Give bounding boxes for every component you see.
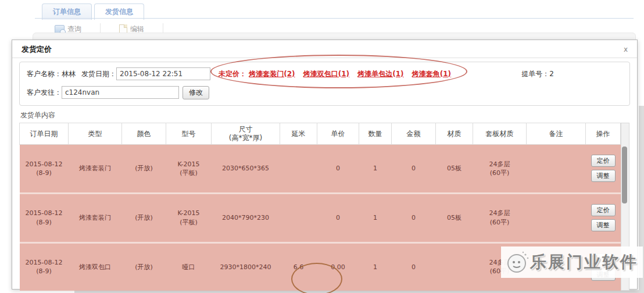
cell-material: 05板 — [436, 145, 473, 194]
vendor-watermark-text: 乐展门业软件 — [530, 251, 638, 273]
cell-material — [436, 242, 473, 291]
cell-size: 2040*790*230 — [212, 193, 280, 242]
cell-model: K-2015 (平板) — [166, 145, 212, 194]
cell-size: 2930*1800*240 — [212, 242, 280, 291]
ship-date-label: 发货日期： — [81, 69, 116, 79]
tab-underline — [35, 18, 634, 19]
cell-quantity: 1 — [359, 242, 392, 291]
cell-frame-material: 24多层 (60平) — [473, 145, 527, 194]
cell-actions: 定价 调整 — [586, 145, 621, 194]
cell-type: 烤漆套装门 — [69, 193, 122, 242]
col-frame-material: 套板材质 — [473, 123, 527, 145]
cell-material: 05板 — [436, 193, 473, 242]
cell-frame-material: 24多层 (60平) — [473, 193, 527, 242]
dialog-header-box: 客户名称： 林林 发货日期： 未定价： 烤漆套装门(2) 烤漆双包口(1) 烤漆… — [19, 62, 630, 106]
customer-name-label: 客户名称： — [27, 69, 62, 79]
tab-shipping-info[interactable]: 发货信息 — [94, 3, 144, 20]
dialog-titlebar: 发货定价 x — [12, 40, 637, 58]
bill-number-label: 提单号： — [521, 70, 549, 78]
cell-linear-meter — [280, 193, 317, 242]
cell-remark — [527, 145, 586, 194]
app-window: 订单信息 发货信息 查询 编辑 发货定价 x 客户名称： — [0, 0, 644, 293]
col-size: 尺寸 (高*宽*厚) — [212, 123, 280, 145]
cell-amount: 0 — [392, 145, 436, 194]
col-amount: 金额 — [392, 123, 436, 145]
cell-remark — [527, 193, 586, 242]
col-unit-price: 单价 — [317, 123, 359, 145]
tab-order-info[interactable]: 订单信息 — [42, 3, 92, 20]
adjust-button[interactable]: 调整 — [591, 219, 616, 231]
col-order-date: 订单日期 — [20, 123, 69, 145]
cell-actions: 定价 调整 — [586, 193, 621, 242]
cell-color: (开放) — [122, 193, 166, 242]
header-row-2: 客户发往： 修改 — [27, 85, 624, 99]
cell-size: 2030*650*365 — [212, 145, 280, 194]
cell-amount: 0 — [392, 193, 436, 242]
table-header-row: 订单日期 类型 颜色 型号 尺寸 (高*宽*厚) 延米 单价 数量 金额 材质 … — [20, 123, 621, 145]
unpriced-link-door[interactable]: 烤漆套装门(2) — [249, 70, 295, 78]
cell-order-date: 2015-08-12 (8-9) — [20, 193, 69, 242]
table-row: 2015-08-12 (8-9) 烤漆套装门 (开放) K-2015 (平板) … — [20, 193, 621, 242]
unpriced-label: 未定价： — [219, 70, 246, 78]
vendor-watermark: 乐展门业软件 — [501, 246, 643, 278]
customer-name-value: 林林 — [62, 69, 76, 79]
adjust-button[interactable]: 调整 — [591, 170, 616, 182]
shipping-list-section-title: 发货单内容 — [20, 110, 637, 120]
cell-linear-meter: 6.6 — [280, 242, 317, 291]
header-row-1: 客户名称： 林林 发货日期： 未定价： 烤漆套装门(2) 烤漆双包口(1) 烤漆… — [27, 67, 624, 81]
vendor-logo-icon — [503, 249, 530, 276]
cell-type: 烤漆套装门 — [69, 145, 122, 194]
cell-order-date: 2015-08-12 (8-9) — [20, 242, 69, 291]
bill-number: 提单号：2 — [521, 69, 554, 79]
col-actions: 操作 — [586, 123, 621, 145]
cell-amount: 0 — [392, 242, 436, 291]
unpriced-link-single-edge[interactable]: 烤漆单包边(1) — [357, 70, 403, 78]
cell-type: 烤漆双包口 — [69, 242, 122, 291]
col-quantity: 数量 — [359, 123, 392, 145]
close-icon[interactable]: x — [621, 46, 630, 53]
cell-color: (开放) — [122, 145, 166, 194]
cell-quantity: 1 — [359, 193, 392, 242]
ship-date-input[interactable] — [116, 67, 210, 80]
col-color: 颜色 — [122, 123, 166, 145]
cell-model: 哑口 — [166, 242, 212, 291]
bill-number-value: 2 — [549, 70, 554, 78]
tab-strip: 订单信息 发货信息 — [42, 3, 146, 20]
table-row: 2015-08-12 (8-9) 烤漆套装门 (开放) K-2015 (平板) … — [20, 145, 621, 194]
cell-unit-price: 0 — [317, 145, 359, 194]
unpriced-link-corner[interactable]: 烤漆套角(1) — [412, 70, 451, 78]
col-material: 材质 — [436, 123, 473, 145]
cell-color: (开放) — [122, 242, 166, 291]
cell-linear-meter — [280, 145, 317, 194]
dialog-title: 发货定价 — [22, 44, 52, 55]
price-button[interactable]: 定价 — [591, 204, 616, 216]
cell-order-date: 2015-08-12 (8-9) — [20, 145, 69, 194]
modify-shipto-button[interactable]: 修改 — [183, 86, 209, 99]
unpriced-summary: 未定价： 烤漆套装门(2) 烤漆双包口(1) 烤漆单包边(1) 烤漆套角(1) — [219, 69, 457, 79]
price-button[interactable]: 定价 — [591, 155, 616, 167]
cell-unit-price: 0.00 — [317, 242, 359, 291]
col-model: 型号 — [166, 123, 212, 145]
col-type: 类型 — [69, 123, 122, 145]
cell-quantity: 1 — [359, 145, 392, 194]
ship-to-input[interactable] — [62, 86, 179, 99]
ship-to-label: 客户发往： — [27, 88, 62, 98]
unpriced-link-double-frame[interactable]: 烤漆双包口(1) — [303, 70, 349, 78]
col-linear-meter: 延米 — [280, 123, 317, 145]
col-remark: 备注 — [527, 123, 586, 145]
cell-unit-price: 0 — [317, 193, 359, 242]
cell-model: K-2015 (平板) — [166, 193, 212, 242]
scrollbar-thumb[interactable] — [622, 146, 627, 203]
